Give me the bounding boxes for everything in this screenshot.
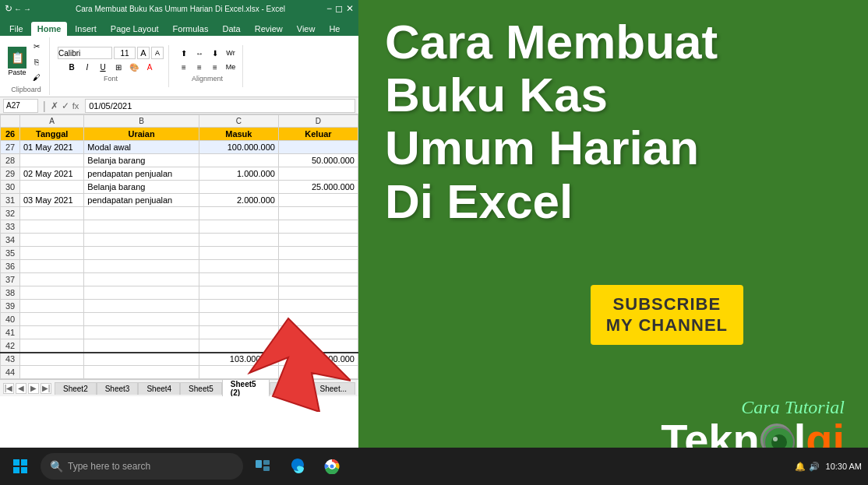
- col-header-d[interactable]: D: [278, 115, 358, 128]
- align-bottom-button[interactable]: ⬇: [208, 47, 222, 59]
- sheet-tab-sheet2[interactable]: Sheet2: [55, 382, 97, 395]
- tab-review[interactable]: Review: [249, 22, 289, 36]
- align-middle-button[interactable]: ↔: [192, 47, 206, 59]
- chrome-icon[interactable]: [318, 452, 346, 480]
- svg-point-13: [330, 465, 334, 469]
- cell-a29[interactable]: 02 May 2021: [20, 167, 84, 181]
- table-row: 30 Belanja barang 25.000.000: [1, 181, 358, 194]
- tab-view[interactable]: View: [291, 22, 322, 36]
- cell-b31[interactable]: pendapatan penjualan: [84, 194, 199, 207]
- title-line3: Umum Harian: [385, 121, 852, 174]
- search-bar[interactable]: 🔍 Type here to search: [41, 453, 243, 480]
- cell-a27[interactable]: 01 May 2021: [20, 141, 84, 154]
- cell-b28[interactable]: Belanja barang: [84, 154, 199, 167]
- sheet-tab-sheet5[interactable]: Sheet5: [180, 382, 222, 395]
- start-button[interactable]: [6, 452, 34, 480]
- svg-rect-7: [21, 467, 27, 473]
- cell-d27[interactable]: [278, 141, 358, 154]
- formula-input[interactable]: [85, 99, 355, 113]
- svg-marker-0: [249, 318, 351, 412]
- format-painter-button[interactable]: 🖌: [29, 70, 44, 84]
- col-header-a[interactable]: A: [20, 115, 84, 128]
- title-bar-text: Cara Membuat Buku Kas Umum Harian Di Exc…: [37, 5, 323, 13]
- cell-reference-input[interactable]: [3, 99, 38, 113]
- tab-page-layout[interactable]: Page Layout: [104, 22, 165, 36]
- subscribe-text-line2: MY CHANNEL: [606, 315, 728, 336]
- cut-button[interactable]: ✂: [29, 39, 44, 53]
- font-name-input[interactable]: [58, 47, 112, 59]
- col-header-b[interactable]: B: [84, 115, 199, 128]
- tab-insert[interactable]: Insert: [69, 22, 103, 36]
- fill-color-button[interactable]: 🎨: [127, 61, 141, 73]
- search-input-text: Type here to search: [68, 461, 150, 472]
- svg-rect-8: [256, 460, 262, 468]
- cell-b26[interactable]: Uraian: [84, 128, 199, 141]
- cell-c31[interactable]: 2.000.000: [199, 194, 278, 207]
- cell-a26[interactable]: Tanggal: [20, 128, 84, 141]
- cancel-formula-icon[interactable]: ✗: [51, 100, 58, 111]
- underline-button[interactable]: U: [96, 61, 110, 73]
- paste-icon: 📋: [8, 47, 26, 69]
- tab-data[interactable]: Data: [216, 22, 246, 36]
- sheet-tab-sheet3[interactable]: Sheet3: [97, 382, 139, 395]
- confirm-formula-icon[interactable]: ✓: [62, 100, 69, 111]
- cell-b29[interactable]: pendapatan penjualan: [84, 167, 199, 181]
- taskbar-right: 🔔 🔊 10:30 AM: [795, 462, 862, 472]
- sheet-tab-sheet4[interactable]: Sheet4: [138, 382, 180, 395]
- cell-c30[interactable]: [199, 181, 278, 194]
- cell-c28[interactable]: [199, 154, 278, 167]
- title-line1: Cara Membuat: [385, 16, 852, 69]
- insert-function-icon[interactable]: fx: [72, 101, 79, 111]
- merge-button[interactable]: Me: [224, 61, 238, 73]
- align-center-button[interactable]: ≡: [192, 61, 206, 73]
- table-row: 33: [1, 220, 358, 234]
- tab-help[interactable]: He: [323, 22, 346, 36]
- sheet-nav-first[interactable]: |◀: [3, 383, 14, 394]
- close-btn[interactable]: ✕: [346, 3, 354, 14]
- cell-c26[interactable]: Masuk: [199, 128, 278, 141]
- tab-file[interactable]: File: [3, 22, 30, 36]
- edge-icon[interactable]: [284, 452, 312, 480]
- align-left-button[interactable]: ≡: [177, 61, 191, 73]
- alignment-group: ⬆ ↔ ⬇ Wr ≡ ≡ ≡ Me Alignment: [172, 45, 243, 87]
- cell-d28[interactable]: 50.000.000: [278, 154, 358, 167]
- cell-c27[interactable]: 100.000.000: [199, 141, 278, 154]
- cell-d29[interactable]: [278, 167, 358, 181]
- font-grow-button[interactable]: A: [137, 47, 150, 59]
- cell-d26[interactable]: Keluar: [278, 128, 358, 141]
- sheet-nav-prev[interactable]: ◀: [16, 383, 26, 394]
- clock: 10:30 AM: [826, 462, 862, 471]
- cell-a28[interactable]: [20, 154, 84, 167]
- copy-button[interactable]: ⎘: [29, 54, 44, 69]
- task-view-button[interactable]: [249, 452, 277, 480]
- sheet-nav-last[interactable]: ▶|: [41, 383, 51, 394]
- tab-formulas[interactable]: Formulas: [167, 22, 215, 36]
- cell-a31[interactable]: 03 May 2021: [20, 194, 84, 207]
- col-header-c[interactable]: C: [199, 115, 278, 128]
- sheet-nav-next[interactable]: ▶: [28, 383, 39, 394]
- cell-b30[interactable]: Belanja barang: [84, 181, 199, 194]
- cell-d31[interactable]: [278, 194, 358, 207]
- font-color-button[interactable]: A: [143, 61, 157, 73]
- paste-button[interactable]: 📋 Paste: [8, 47, 26, 76]
- table-row: 29 02 May 2021 pendapatan penjualan 1.00…: [1, 167, 358, 181]
- bold-button[interactable]: B: [65, 61, 79, 73]
- wrap-text-button[interactable]: Wr: [224, 47, 238, 59]
- font-size-input[interactable]: [114, 47, 136, 59]
- table-row: 36: [1, 260, 358, 273]
- italic-button[interactable]: I: [80, 61, 94, 73]
- font-shrink-button[interactable]: A: [151, 47, 164, 59]
- cell-c29[interactable]: 1.000.000: [199, 167, 278, 181]
- cell-d30[interactable]: 25.000.000: [278, 181, 358, 194]
- tab-home[interactable]: Home: [31, 22, 68, 36]
- subscribe-box[interactable]: SUBSCRIBE MY CHANNEL: [591, 285, 743, 345]
- svg-rect-9: [263, 460, 270, 465]
- maximize-btn[interactable]: ◻: [335, 3, 343, 14]
- align-top-button[interactable]: ⬆: [177, 47, 191, 59]
- cell-b27[interactable]: Modal awal: [84, 141, 199, 154]
- border-button[interactable]: ⊞: [111, 61, 125, 73]
- table-row: 26 Tanggal Uraian Masuk Keluar: [1, 128, 358, 141]
- align-right-button[interactable]: ≡: [208, 61, 222, 73]
- cell-a30[interactable]: [20, 181, 84, 194]
- minimize-btn[interactable]: −: [326, 3, 332, 14]
